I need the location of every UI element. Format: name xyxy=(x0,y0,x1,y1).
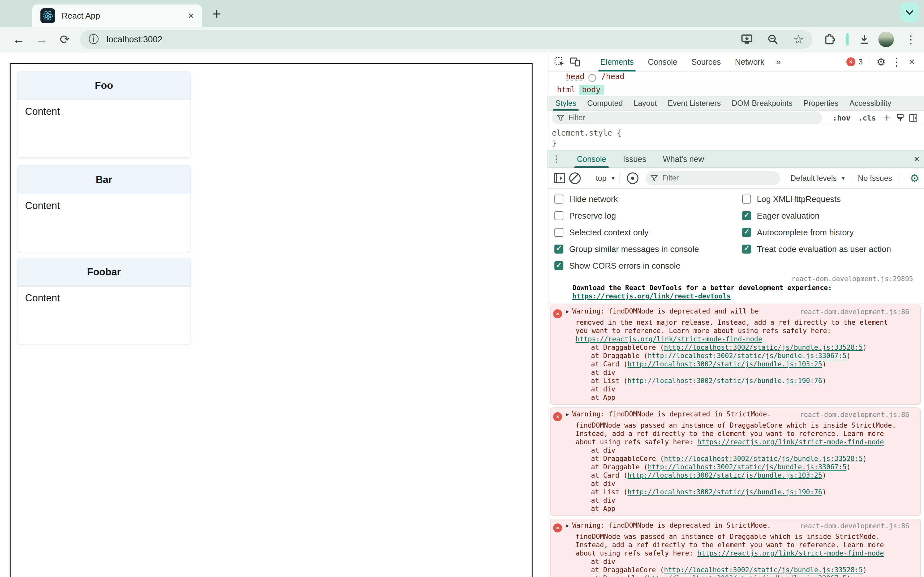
breadcrumb-body[interactable]: body xyxy=(579,85,604,95)
avatar[interactable] xyxy=(877,27,896,52)
tab-properties[interactable]: Properties xyxy=(803,96,838,111)
console-link[interactable]: https://reactjs.org/link/strict-mode-fin… xyxy=(575,335,762,343)
downloads-icon[interactable] xyxy=(855,27,874,52)
url-text[interactable]: localhost:3002 xyxy=(107,35,726,45)
stack-link[interactable]: http://localhost:3002/static/js/bundle.j… xyxy=(648,463,846,471)
checkbox-eager-eval[interactable]: Eager evaluation xyxy=(742,210,819,222)
drawer-menu-icon[interactable]: ⋮ xyxy=(552,153,561,164)
reload-button[interactable]: ⟳ xyxy=(55,27,74,52)
styles-filter-input[interactable] xyxy=(568,113,751,122)
expand-triangle-icon[interactable]: ▶ xyxy=(566,522,569,529)
new-tab-button[interactable]: + xyxy=(212,5,221,23)
device-toolbar-icon[interactable] xyxy=(567,54,583,69)
stack-link[interactable]: http://localhost:3002/static/js/bundle.j… xyxy=(664,566,863,574)
breadcrumb-html[interactable]: html xyxy=(554,85,579,95)
sidebar-pane-icon[interactable] xyxy=(907,110,919,126)
stack-link[interactable]: http://localhost:3002/static/js/bundle.j… xyxy=(628,472,822,479)
expand-triangle-icon[interactable]: ▶ xyxy=(566,308,569,314)
checkbox[interactable] xyxy=(742,245,751,253)
address-bar[interactable]: ⓘ localhost:3002 ☆ xyxy=(80,30,813,49)
browser-menu-icon[interactable]: ⋮ xyxy=(902,27,919,52)
message-source-link[interactable]: react-dom.development.js:29895 xyxy=(792,275,913,283)
collapsed-content-icon[interactable] xyxy=(588,74,596,82)
tab-dom-breakpoints[interactable]: DOM Breakpoints xyxy=(732,96,792,111)
drawer-tab-console[interactable]: Console xyxy=(577,150,606,168)
tab-layout[interactable]: Layout xyxy=(634,96,657,111)
tab-event-listeners[interactable]: Event Listeners xyxy=(668,96,720,111)
checkbox-treat-eval-user-action[interactable]: Treat code evaluation as user action xyxy=(742,243,891,255)
expand-triangle-icon[interactable]: ▶ xyxy=(566,411,569,417)
checkbox[interactable] xyxy=(742,195,751,203)
tab-elements[interactable]: Elements xyxy=(600,52,634,71)
drawer-tab-issues[interactable]: Issues xyxy=(623,150,646,168)
error-badge-icon[interactable]: × xyxy=(846,57,855,66)
bookmark-star-icon[interactable]: ☆ xyxy=(793,32,804,47)
card-foo[interactable]: Foo Content xyxy=(17,71,191,158)
extensions-icon[interactable] xyxy=(820,27,839,52)
browser-tab[interactable]: React App × xyxy=(32,5,202,27)
stack-link[interactable]: http://localhost:3002/static/js/bundle.j… xyxy=(628,488,822,496)
console-filter-input[interactable] xyxy=(662,173,756,183)
context-selector[interactable]: top xyxy=(596,174,606,183)
style-brush-icon[interactable] xyxy=(894,110,907,126)
new-style-rule-button[interactable]: + xyxy=(884,111,890,124)
checkbox[interactable] xyxy=(554,261,564,270)
checkbox-show-cors[interactable]: Show CORS errors in console xyxy=(554,259,680,272)
card-foobar[interactable]: Foobar Content xyxy=(17,258,191,344)
checkbox[interactable] xyxy=(554,211,564,220)
devtools-menu-icon[interactable]: ⋮ xyxy=(889,54,904,69)
clear-console-icon[interactable] xyxy=(567,171,583,186)
card-title[interactable]: Foobar xyxy=(17,258,191,287)
site-info-icon[interactable]: ⓘ xyxy=(89,32,99,47)
checkbox[interactable] xyxy=(742,228,751,237)
console-filter[interactable] xyxy=(646,171,780,185)
drawer-tab-whats-new[interactable]: What's new xyxy=(663,150,704,168)
no-issues-label[interactable]: No Issues xyxy=(858,174,892,183)
checkbox-preserve-log[interactable]: Preserve log xyxy=(554,210,616,222)
checkbox[interactable] xyxy=(742,211,751,220)
card-bar[interactable]: Bar Content xyxy=(17,165,191,252)
tab-search-button[interactable] xyxy=(900,3,919,23)
default-levels-dropdown[interactable]: Default levels xyxy=(790,174,837,183)
forward-button[interactable]: → xyxy=(32,27,51,52)
console-messages[interactable]: react-dom.development.js:29895Download t… xyxy=(548,272,924,577)
element-style-block[interactable]: element.style { } xyxy=(548,125,924,150)
checkbox[interactable] xyxy=(554,228,564,237)
checkbox-selected-context[interactable]: Selected context only xyxy=(554,226,648,239)
card-title[interactable]: Bar xyxy=(17,166,191,194)
stack-link[interactable]: http://localhost:3002/static/js/bundle.j… xyxy=(664,455,863,463)
back-button[interactable]: ← xyxy=(9,27,28,52)
console-link[interactable]: https://reactjs.org/link/strict-mode-fin… xyxy=(697,550,884,557)
toggle-hov-button[interactable]: :hov xyxy=(833,114,850,122)
stack-link[interactable]: http://localhost:3002/static/js/bundle.j… xyxy=(648,352,846,359)
tab-styles[interactable]: Styles xyxy=(556,96,576,111)
tab-computed[interactable]: Computed xyxy=(587,96,623,111)
checkbox[interactable] xyxy=(554,245,564,253)
stack-link[interactable]: http://localhost:3002/static/js/bundle.j… xyxy=(664,343,863,351)
checkbox[interactable] xyxy=(554,195,564,203)
inspect-element-icon[interactable] xyxy=(552,54,567,69)
card-title[interactable]: Foo xyxy=(17,71,191,100)
install-app-icon[interactable] xyxy=(741,34,753,45)
console-link[interactable]: https://reactjs.org/link/react-devtools xyxy=(572,292,730,300)
error-count[interactable]: 3 xyxy=(859,57,863,66)
stack-link[interactable]: http://localhost:3002/static/js/bundle.j… xyxy=(648,574,846,577)
checkbox-autocomplete-history[interactable]: Autocomplete from history xyxy=(742,226,854,239)
devtools-close-icon[interactable]: × xyxy=(904,54,919,69)
checkbox-group-similar[interactable]: Group similar messages in console xyxy=(554,243,699,255)
stack-link[interactable]: http://localhost:3002/static/js/bundle.j… xyxy=(628,360,822,368)
console-settings-gear-icon[interactable]: ⚙ xyxy=(910,172,919,185)
console-sidebar-icon[interactable] xyxy=(552,171,567,186)
stack-link[interactable]: http://localhost:3002/static/js/bundle.j… xyxy=(628,377,822,385)
more-tabs-icon[interactable]: » xyxy=(776,57,781,67)
checkbox-hide-network[interactable]: Hide network xyxy=(554,193,618,205)
console-link[interactable]: https://reactjs.org/link/strict-mode-fin… xyxy=(697,438,884,446)
tab-sources[interactable]: Sources xyxy=(691,52,721,71)
elements-tree-clipped-row[interactable]: head /head xyxy=(548,71,924,84)
tab-close-icon[interactable]: × xyxy=(188,10,194,21)
zoom-icon[interactable] xyxy=(767,34,779,45)
checkbox-log-xhr[interactable]: Log XMLHttpRequests xyxy=(742,193,841,205)
tab-network[interactable]: Network xyxy=(735,52,764,71)
toggle-cls-button[interactable]: .cls xyxy=(858,114,876,122)
tab-console[interactable]: Console xyxy=(648,52,677,71)
